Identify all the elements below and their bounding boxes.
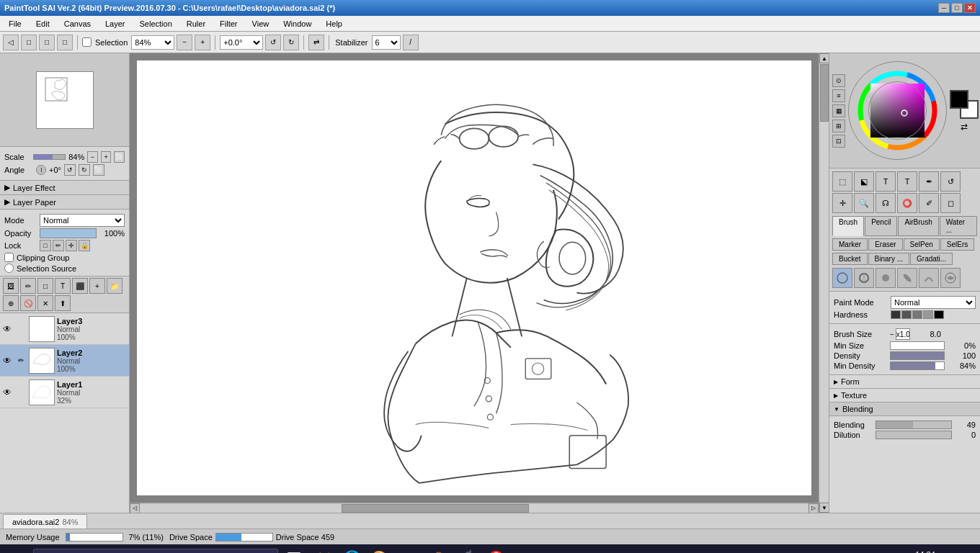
hardness-3-btn[interactable] (912, 310, 922, 319)
horizontal-scrollbar[interactable]: ◁ ▷ (130, 503, 819, 513)
lock-move-btn[interactable]: ✛ (66, 240, 77, 251)
brush-tab-pencil[interactable]: Pencil (865, 216, 897, 236)
layer-paper-section[interactable]: ▶ Layer Paper (0, 195, 129, 210)
rotate-cw-btn[interactable]: ↻ (283, 35, 299, 50)
brush-tab-water[interactable]: Water ... (940, 216, 977, 236)
toolbar-btn4[interactable]: □ (57, 35, 73, 50)
taskbar-app7[interactable]: 🎯 (483, 547, 509, 553)
layer-group-btn[interactable]: 📁 (107, 278, 122, 294)
taskbar-task-view[interactable]: ⬜ (281, 547, 307, 553)
blend-mode-select[interactable]: Normal Multiply Screen Overlay (40, 214, 125, 227)
brush-preset-4[interactable] (897, 268, 917, 288)
minimize-button[interactable]: ─ (938, 3, 950, 13)
zoom-in-btn[interactable]: + (195, 35, 210, 50)
lasso-tool-btn[interactable]: ⭕ (897, 193, 917, 213)
taskbar-explorer[interactable]: 📁 (310, 547, 336, 553)
hardness-1-btn[interactable] (891, 310, 901, 319)
hscroll-right-btn[interactable]: ▷ (808, 503, 819, 513)
toolbar-checkbox[interactable] (82, 37, 92, 47)
hscroll-thumb[interactable] (342, 504, 529, 513)
clipping-group-checkbox[interactable] (4, 253, 14, 262)
opacity-bar[interactable] (40, 228, 97, 238)
toolbar-btn2[interactable]: □ (21, 35, 37, 50)
transform-tool-btn[interactable]: ⬕ (854, 171, 874, 192)
canvas-area[interactable] (130, 53, 819, 503)
layer-effect-section[interactable]: ▶ Layer Effect (0, 181, 129, 195)
toolbar-back-btn[interactable]: ◁ (3, 35, 19, 50)
zoom-select[interactable]: 84% 100% 50% (131, 35, 174, 50)
brush-tab-eraser[interactable]: Eraser (868, 238, 902, 251)
brush-preset-1[interactable] (832, 268, 852, 288)
min-size-bar[interactable] (890, 341, 945, 350)
brush-tab-selers[interactable]: SelErs (940, 238, 974, 251)
layer-blend-btn[interactable]: ⊕ (3, 295, 19, 311)
taskbar-chrome[interactable]: 🌐 (339, 547, 365, 553)
angle-reset-btn[interactable]: ↺ (64, 164, 76, 176)
text-layer-btn[interactable]: T (55, 278, 71, 294)
pen-tool-btn[interactable]: ✐ (919, 193, 939, 213)
paint-mode-select[interactable]: Normal Multiply Screen Overlay Luminosit… (891, 296, 976, 309)
window-controls[interactable]: ─ □ ✕ (938, 3, 976, 13)
density-bar[interactable] (890, 351, 945, 360)
selection-tool-btn[interactable]: ⬚ (832, 171, 852, 192)
color-wheel-canvas[interactable] (845, 58, 950, 163)
blending-section[interactable]: ▼ Blending (829, 403, 980, 416)
menu-canvas[interactable]: Canvas (58, 18, 97, 30)
move-tool-btn[interactable]: ✛ (832, 193, 852, 213)
layer2-visibility-btn[interactable]: 👁 (1, 355, 13, 367)
fill-tool-btn[interactable]: ↺ (940, 171, 961, 192)
layer-item-layer3[interactable]: 👁 Layer3 Normal 100% (0, 313, 129, 345)
menu-view[interactable]: View (246, 18, 275, 30)
mirror-btn[interactable]: ⇄ (308, 35, 324, 50)
scale-fit-btn[interactable]: ⬜ (114, 151, 125, 163)
menu-filter[interactable]: Filter (214, 18, 243, 30)
selection-source-radio[interactable] (4, 264, 14, 273)
swap-color-btn[interactable]: ⇄ (961, 122, 968, 132)
blending-bar[interactable] (876, 421, 952, 429)
vscroll-track[interactable] (819, 63, 829, 503)
rotate-reset-btn[interactable]: ↺ (265, 35, 281, 50)
angle-cw-btn[interactable]: ↻ (79, 164, 90, 176)
clock[interactable]: 14:34 05/09/2016 (896, 550, 935, 553)
bucket-tool-btn[interactable]: T (876, 171, 896, 192)
fg-color-swatch[interactable] (950, 90, 968, 109)
new-raster-layer-btn[interactable]: 🖼 (3, 278, 19, 294)
menu-window[interactable]: Window (277, 18, 317, 30)
brush-preset-6[interactable] (940, 268, 961, 288)
close-button[interactable]: ✕ (964, 3, 976, 13)
vscroll-up-btn[interactable]: ▲ (819, 53, 829, 63)
canvas-tab-aviadora[interactable]: aviadora.sai2 84% (3, 514, 87, 529)
new-layer-btn[interactable]: + (89, 278, 105, 294)
hardness-2-btn[interactable] (901, 310, 912, 319)
taskbar-app5[interactable]: 💼 (425, 547, 451, 553)
new-linework-layer-btn[interactable]: ✏ (20, 278, 36, 294)
brush-tab-gradati[interactable]: Gradati... (910, 253, 953, 265)
eyedropper-tool-btn[interactable]: ✒ (919, 171, 939, 192)
scale-decrease-btn[interactable]: − (87, 151, 98, 163)
menu-help[interactable]: Help (320, 18, 348, 30)
menu-file[interactable]: File (3, 18, 27, 30)
brush-preset-5[interactable] (919, 268, 939, 288)
color-wheel-mode1[interactable]: ⊙ (832, 74, 845, 87)
hardness-4-btn[interactable] (923, 310, 933, 319)
search-bar[interactable]: Pesquisar na Web e no Windows (33, 549, 278, 553)
eraser-tool-btn[interactable]: ◻ (940, 193, 961, 213)
hscroll-left-btn[interactable]: ◁ (130, 503, 140, 513)
color-wheel-mode4[interactable]: ⊞ (832, 120, 845, 132)
color-wheel-mode3[interactable]: ▦ (832, 104, 845, 117)
min-density-bar[interactable] (890, 361, 945, 370)
lock-transparency-btn[interactable]: □ (40, 240, 51, 251)
menu-selection[interactable]: Selection (134, 18, 178, 30)
text-tool-btn[interactable]: T (897, 171, 917, 192)
layer-item-layer1[interactable]: 👁 Layer1 Normal 32% (0, 377, 129, 408)
layer-item-layer2[interactable]: 👁 ✏ Layer2 Normal 100% (0, 345, 129, 377)
brush-preset-2[interactable] (854, 268, 874, 288)
vertical-scrollbar[interactable]: ▲ ▼ (819, 53, 829, 513)
brush-tab-marker[interactable]: Marker (832, 238, 868, 251)
brush-tab-binary[interactable]: Binary ... (868, 253, 909, 265)
color-wheel-mode2[interactable]: ≡ (832, 89, 845, 102)
hardness-5-btn[interactable] (934, 310, 944, 319)
angle-select[interactable]: +0.0° (220, 35, 263, 50)
layer-fill-btn[interactable]: ⬛ (72, 278, 88, 294)
color-wheel-mode5[interactable]: ⊡ (832, 135, 845, 148)
